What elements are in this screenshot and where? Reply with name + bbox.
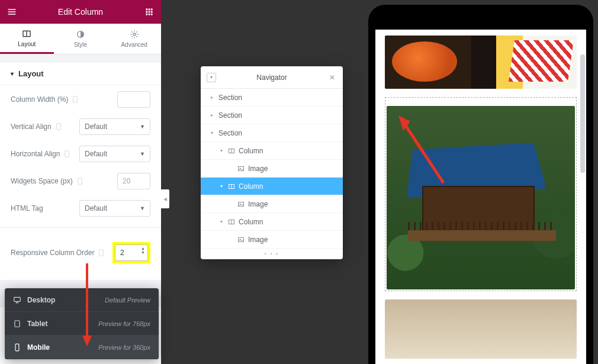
caret-right-icon[interactable]: ▸ [209,95,215,100]
svg-rect-18 [14,297,21,301]
column-icon [228,183,235,190]
tree-item-image[interactable]: Image [201,195,343,213]
tab-advanced[interactable]: Advanced [107,24,161,54]
responsive-icon[interactable] [63,150,70,157]
placeholder: 20 [123,177,130,185]
preview-device-frame [368,5,593,364]
responsive-order-input[interactable]: 2 ▲▼ [115,244,148,261]
selected-column-outline[interactable] [385,97,577,291]
svg-rect-2 [151,8,153,10]
tree-item-column[interactable]: ▾Column [201,142,343,160]
tree-item-section[interactable]: ▾Section [201,124,343,142]
tree-item-column[interactable]: ▾Column [201,213,343,231]
stepper-value: 2 [120,249,124,257]
device-hint: Preview for 768px [98,320,150,327]
row-vertical-align: Vertical Align Default ▼ [11,116,150,137]
image-icon [237,201,245,208]
tree-item-label: Section [218,94,242,102]
device-label: Mobile [27,343,50,352]
panel-header: Edit Column [0,0,161,24]
svg-rect-1 [149,8,150,10]
widgets-grid-button[interactable] [143,6,155,18]
tab-layout[interactable]: Layout [0,24,54,54]
tree-item-label: Image [248,165,268,173]
menu-button[interactable] [6,6,18,18]
select-value: Default [85,150,107,158]
preview-image-1[interactable] [385,36,577,89]
section-toggle-layout[interactable]: ▾ Layout [0,63,161,85]
style-icon [76,30,85,39]
image-icon [237,236,245,243]
responsive-icon[interactable] [72,96,79,103]
column-handle-icon[interactable] [387,99,575,106]
label: Vertical Align [11,123,52,131]
navigator-resize-handle[interactable]: • • • [201,249,343,259]
desktop-icon [13,296,21,304]
responsive-icon[interactable] [76,178,83,185]
stepper-arrows[interactable]: ▲▼ [141,246,145,255]
label: Column Width (%) [11,95,68,104]
widgets-space-input[interactable]: 20 [117,173,150,189]
section-title: Layout [18,69,44,78]
navigator-tree: ▸Section▸Section▾Section▾ColumnImage▾Col… [201,89,343,249]
chevron-down-icon: ▼ [140,124,145,130]
caret-right-icon[interactable]: ▸ [209,112,215,118]
caret-down-icon[interactable]: ▾ [209,130,215,136]
device-hint: Default Preview [105,297,150,304]
vertical-align-select[interactable]: Default ▼ [79,118,150,135]
column-icon [228,147,235,154]
caret-down-icon[interactable]: ▾ [218,183,224,189]
device-mobile[interactable]: Mobile Preview for 360px [5,336,159,359]
device-desktop[interactable]: Desktop Default Preview [5,288,159,312]
row-horizontal-align: Horizontal Align Default ▼ [11,143,150,165]
svg-rect-14 [56,124,60,130]
svg-rect-19 [15,320,20,327]
column-width-input[interactable] [117,91,150,108]
device-hint: Preview for 360px [98,344,150,351]
layout-controls: Column Width (%) Vertical Align Default … [0,85,161,280]
tab-style[interactable]: Style [54,24,108,54]
device-tablet[interactable]: Tablet Preview for 768px [5,312,159,336]
tree-item-section[interactable]: ▸Section [201,107,343,124]
close-icon[interactable]: ✕ [327,73,337,82]
navigator-collapse-all[interactable]: ▾ [207,73,216,82]
tree-item-column[interactable]: ▾Column [201,178,343,195]
chevron-down-icon: ▼ [140,205,145,211]
caret-down-icon[interactable]: ▾ [218,148,224,153]
tablet-icon [13,320,21,328]
tree-item-label: Column [239,218,263,226]
label: Responsive Column Order [11,249,94,257]
row-column-width: Column Width (%) [11,89,150,110]
navigator-header[interactable]: ▾ Navigator ✕ [201,66,343,89]
panel-collapse-handle[interactable]: ◀ [161,189,169,208]
tree-item-label: Column [239,182,263,191]
tree-item-section[interactable]: ▸Section [201,89,343,107]
svg-rect-17 [99,250,104,256]
label: Horizontal Align [11,150,60,158]
navigator-title: Navigator [216,73,327,82]
select-value: Default [85,204,107,212]
tab-label: Layout [18,41,36,47]
navigator-panel: ▾ Navigator ✕ ▸Section▸Section▾Section▾C… [201,66,343,259]
svg-rect-15 [65,151,69,157]
scrollbar-thumb[interactable] [580,54,585,173]
responsive-icon[interactable] [55,123,62,130]
preview-image-2[interactable] [387,106,575,289]
responsive-icon[interactable] [98,249,105,256]
tree-item-image[interactable]: Image [201,231,343,249]
gear-icon [130,30,139,39]
device-label: Tablet [27,320,47,328]
panel-title: Edit Column [18,7,143,17]
device-label: Desktop [27,296,55,304]
label: Widgets Space (px) [11,177,73,185]
horizontal-align-select[interactable]: Default ▼ [79,146,150,162]
preview-viewport[interactable] [375,30,586,364]
tree-item-image[interactable]: Image [201,160,343,178]
svg-rect-7 [149,14,150,15]
svg-rect-6 [146,14,147,15]
responsive-device-switcher: Desktop Default Preview Tablet Preview f… [5,288,159,359]
preview-image-3[interactable] [385,299,577,359]
tree-item-label: Image [248,236,268,244]
caret-down-icon[interactable]: ▾ [218,219,224,224]
html-tag-select[interactable]: Default ▼ [79,200,150,217]
